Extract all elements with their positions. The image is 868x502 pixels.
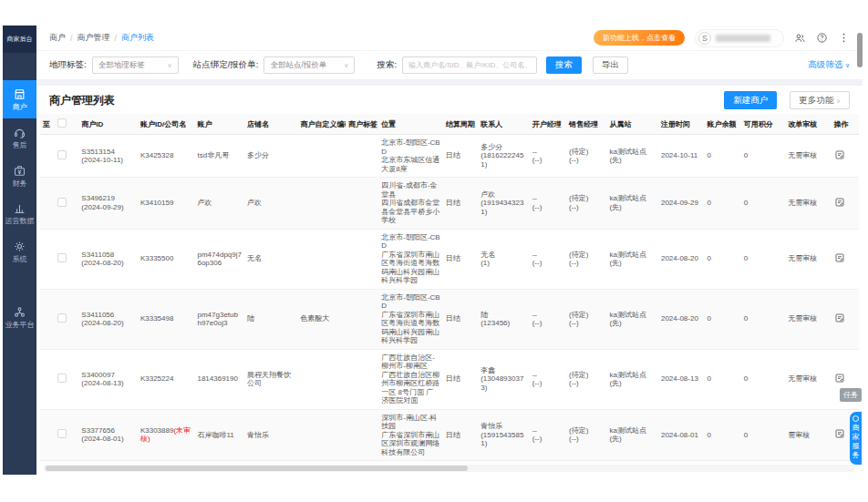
sidebar-item-merchant[interactable]: 商户 [3, 80, 36, 118]
sidebar-item-business-platform[interactable]: 业务平台 [3, 298, 36, 336]
edit-form-icon[interactable] [834, 197, 845, 208]
sidebar-item-operations-data[interactable]: 运营数据 [3, 194, 36, 232]
cell-contact: 陆(123456) [478, 289, 530, 349]
breadcrumb-merchant[interactable]: 商户 [49, 32, 66, 44]
site-binding-value: 全部站点/报价单 [270, 60, 326, 71]
column-header-3: 账户ID/公司名 [138, 114, 195, 135]
cell-expand [40, 229, 55, 289]
cell-merchant-id: S3400097(2024-08-13) [78, 349, 138, 409]
cell-shop-name: 腾程天翔餐饮公司 [244, 349, 298, 409]
user-account-chip[interactable]: S [695, 29, 784, 47]
page-title: 商户管理列表 [49, 93, 115, 108]
cell-operation [832, 178, 859, 230]
help-icon[interactable] [816, 32, 828, 44]
edit-form-icon[interactable] [834, 373, 845, 384]
new-feature-badge[interactable]: 新功能上线，点击查看 [594, 30, 685, 46]
breadcrumb: 商户 / 商户管理 / 商户列表 [49, 32, 154, 44]
sidebar-item-finance[interactable]: 财务 [3, 157, 36, 195]
column-header-7: 商户标签 [346, 114, 378, 135]
horizontal-scrollbar-thumb[interactable] [46, 466, 468, 471]
card-header: 商户管理列表 新建商户 更多功能 ∨ [36, 86, 863, 114]
cell-contact: 1(1) [478, 461, 530, 464]
breadcrumb-merchant-list[interactable]: 商户列表 [121, 32, 154, 44]
cell-location: 北京市-朝阳区-CBD广东省深圳市南山区粤海街道粤海数码南山科兴园南山科兴科学园 [378, 229, 443, 289]
cell-audit: 无需审核 [785, 229, 831, 289]
edit-form-icon[interactable] [834, 252, 845, 263]
cell-custom-code [297, 461, 345, 464]
column-header-13: 从属站 [606, 114, 658, 135]
search-input[interactable] [402, 56, 537, 74]
user-group-icon[interactable] [794, 32, 806, 44]
cell-settlement-cycle: 日结 [443, 229, 478, 289]
cell-checkbox[interactable] [55, 229, 78, 289]
cell-checkbox[interactable] [55, 178, 78, 230]
cell-location: 北京市-朝阳区-CBD广东省深圳市南山区粤海街道粤海数码南山科兴园南山科兴科学园 [378, 289, 443, 349]
sidebar-item-label: 财务 [13, 180, 27, 189]
horizontal-scrollbar[interactable] [44, 465, 855, 472]
row-checkbox[interactable] [57, 374, 67, 383]
create-merchant-button[interactable]: 新建商户 [724, 91, 777, 109]
cell-expand [40, 349, 55, 409]
cell-merchant-tag [346, 409, 378, 461]
gear-icon [13, 240, 26, 253]
cell-sales-manager: (待定)(--) [566, 461, 606, 464]
edit-form-icon[interactable] [834, 428, 845, 439]
export-button[interactable]: 导出 [593, 56, 628, 74]
task-tag[interactable]: 任务 [840, 388, 862, 402]
cell-site: ka测试站点(先) [606, 229, 658, 289]
cell-register-time: 2024-09-29 [658, 178, 704, 230]
column-header-10: 联系人 [478, 114, 530, 135]
more-dots-icon[interactable] [838, 32, 850, 44]
sidebar-item-aftersale[interactable]: 售后 [3, 118, 36, 157]
cell-checkbox[interactable] [55, 461, 78, 464]
cell-sales-manager: (待定)(--) [566, 229, 606, 289]
cell-location: 北京市-朝阳区-CBD北京市东城区信通大厦8座 [378, 135, 443, 178]
app-logo: 商家后台 [3, 26, 36, 53]
row-checkbox[interactable] [57, 313, 67, 323]
cell-account-manager: --(--) [530, 135, 566, 178]
finance-icon [13, 164, 26, 178]
cell-contact: 无名(1) [478, 229, 530, 289]
cell-contact: 卢欢(19194343231) [478, 178, 530, 230]
cell-register-time: 2024-08-01 [658, 409, 704, 461]
vertical-scrollbar[interactable] [857, 26, 863, 475]
cell-balance: 0 [704, 349, 740, 409]
cell-custom-code [297, 135, 345, 178]
cell-site: ka测试站点(先) [606, 178, 658, 230]
select-all-checkbox[interactable] [57, 118, 67, 128]
column-header-0[interactable]: 至 [40, 114, 55, 135]
cell-expand [40, 178, 55, 230]
cell-checkbox[interactable] [55, 349, 78, 409]
cell-sales-manager: (待定)(--) [566, 135, 606, 178]
cell-checkbox[interactable] [55, 409, 78, 461]
cell-shop-name: 陆 [244, 289, 298, 349]
cell-checkbox[interactable] [55, 289, 78, 349]
row-checkbox[interactable] [57, 198, 67, 207]
cell-balance: 1.82 [704, 461, 740, 464]
search-button[interactable]: 搜索 [546, 56, 582, 74]
edit-form-icon[interactable] [834, 312, 845, 323]
row-checkbox[interactable] [57, 150, 67, 159]
vertical-scrollbar-thumb[interactable] [857, 33, 863, 67]
advanced-filter-link[interactable]: 高级筛选 ∨ [808, 59, 850, 71]
cell-merchant-tag [346, 135, 378, 178]
cell-account-id: K3303889(未审核) [138, 409, 195, 461]
headset-icon [13, 126, 26, 139]
cell-merchant-tag [346, 178, 378, 230]
edit-form-icon[interactable] [834, 149, 845, 160]
more-functions-button[interactable]: 更多功能 ∨ [790, 91, 850, 109]
table-row: S3377656(2024-08-01) K3303889(未审核) 石岸咖啡1… [40, 409, 859, 461]
breadcrumb-merchant-management[interactable]: 商户管理 [78, 32, 110, 44]
cell-checkbox[interactable] [55, 135, 78, 178]
filter-bar: 地理标签: 全部地理标签 ∨ 站点绑定/报价单: 全部站点/报价单 ∨ 搜索: … [36, 50, 863, 79]
geo-tag-select[interactable]: 全部地理标签 ∨ [92, 56, 179, 74]
table-row: S3411058(2024-08-20) K3335500 pm474dpq9j… [40, 229, 859, 289]
select-all-header[interactable] [55, 114, 78, 135]
cell-merchant-id: S3496219(2024-09-29) [78, 178, 138, 230]
sidebar-item-system[interactable]: 系统 [3, 232, 36, 271]
service-ribbon[interactable]: 商家服务 [850, 412, 862, 465]
site-binding-select[interactable]: 全部站点/报价单 ∨ [264, 56, 355, 74]
row-checkbox[interactable] [57, 429, 67, 438]
row-checkbox[interactable] [57, 253, 67, 262]
merchant-list-card: 商户管理列表 新建商户 更多功能 ∨ 至商户ID账户ID/公司名账户店铺名商户自… [36, 86, 863, 475]
